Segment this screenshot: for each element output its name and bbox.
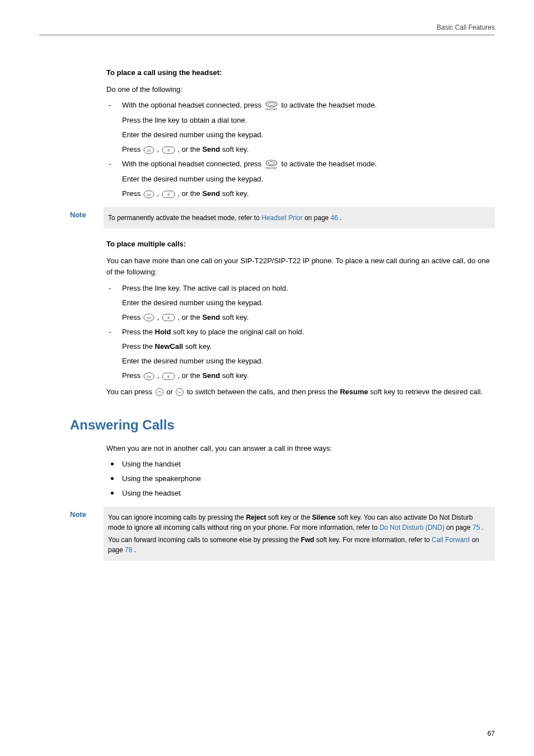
note-label: Note <box>70 207 104 221</box>
text: or <box>166 388 175 396</box>
text: With the optional headset connected, pre… <box>122 101 264 109</box>
svg-point-1 <box>268 102 275 105</box>
text: You can ignore incoming calls by pressin… <box>108 514 246 521</box>
text: soft key or the <box>268 514 312 521</box>
text: Press <box>122 145 143 153</box>
note-text: You can ignore incoming calls by pressin… <box>108 512 490 533</box>
text: , or the <box>177 145 202 153</box>
text: to switch between the calls, and then pr… <box>187 388 340 396</box>
text: , <box>157 145 161 153</box>
step-line: Press OK , # , or the <box>122 144 495 155</box>
ok-key-icon: OK <box>143 146 155 155</box>
closing-text: You can press or to switch between the c… <box>106 386 495 398</box>
answer-ways-list: Using the handset Using the speakerphone… <box>106 459 495 499</box>
step-line: Press the Hold soft key to place the ori… <box>122 326 495 338</box>
fwd-label: Fwd <box>301 536 314 544</box>
resume-label: Resume <box>340 388 368 396</box>
svg-text:OK: OK <box>147 193 152 196</box>
text: Press the <box>122 342 155 351</box>
text: With the optional headset connected, pre… <box>122 160 264 168</box>
svg-text:OK: OK <box>147 375 152 378</box>
multiple-calls-list: Press the line key. The active call is p… <box>106 283 495 382</box>
svg-text:#: # <box>167 148 170 152</box>
list-item: Press the Hold soft key to place the ori… <box>106 326 495 382</box>
pound-key-icon: # <box>161 190 176 199</box>
text: . <box>482 524 484 531</box>
text: soft key. For more information, refer to <box>316 536 432 544</box>
page-link[interactable]: 46 <box>331 214 338 222</box>
note-body: You can ignore incoming calls by pressin… <box>104 507 495 561</box>
reject-label: Reject <box>246 514 266 521</box>
headset-prior-link[interactable]: Headset Prior <box>261 214 302 222</box>
note-block: Note To permanently activate the headset… <box>70 207 495 228</box>
ok-key-icon: OK <box>143 372 155 381</box>
svg-point-22 <box>156 389 163 396</box>
down-arrow-key-icon <box>175 388 185 396</box>
silence-label: Silence <box>312 514 335 521</box>
running-header: Basic Call Features <box>437 22 495 33</box>
dnd-link[interactable]: Do Not Disturb (DND) <box>380 524 444 531</box>
text: You can forward incoming calls to someon… <box>108 536 301 544</box>
text: Press the <box>122 328 155 336</box>
header-rule <box>39 35 495 35</box>
send-label: Send <box>202 371 220 380</box>
text: , or the <box>177 313 202 321</box>
intro-text: You can have more than one call on your … <box>106 255 495 278</box>
svg-point-23 <box>176 389 184 396</box>
note-text: You can forward incoming calls to someon… <box>108 535 490 555</box>
text: . <box>134 546 136 554</box>
svg-text:OK: OK <box>147 148 152 152</box>
note-body: To permanently activate the headset mode… <box>104 207 495 228</box>
text: soft key. <box>222 371 249 380</box>
page-link[interactable]: 75 <box>472 524 480 531</box>
text: soft key. <box>222 145 249 153</box>
step-line: Press the NewCall soft key. <box>122 341 495 352</box>
step-line: Press OK , # , or the <box>122 312 495 323</box>
note-text: To permanently activate the headset mode… <box>108 213 490 223</box>
step-line: Enter the desired number using the keypa… <box>122 297 495 309</box>
list-item: With the optional headset connected, pre… <box>106 100 495 155</box>
text: soft key to retrieve the desired call. <box>370 388 483 396</box>
page-link[interactable]: 78 <box>125 546 132 554</box>
note-block: Note You can ignore incoming calls by pr… <box>70 507 495 561</box>
headset-icon: HEADSET <box>264 100 279 111</box>
list-item: Using the headset <box>106 488 495 499</box>
svg-text:#: # <box>167 193 170 197</box>
text: soft key. <box>185 342 212 351</box>
text: , <box>157 313 161 321</box>
text: on page <box>446 524 472 531</box>
hold-label: Hold <box>155 328 171 336</box>
text: Press <box>122 371 143 380</box>
text: You can press <box>106 388 154 396</box>
ok-key-icon: OK <box>143 313 155 322</box>
text: soft key to place the original call on h… <box>173 328 304 336</box>
svg-point-7 <box>266 160 277 166</box>
newcall-label: NewCall <box>155 342 184 351</box>
pound-key-icon: # <box>161 146 176 155</box>
step-line: With the optional headset connected, pre… <box>122 158 495 170</box>
send-label: Send <box>202 145 220 153</box>
svg-point-0 <box>266 101 277 107</box>
step-line: Press OK , # , or the <box>122 370 495 381</box>
content-area: To place a call using the headset: Do on… <box>106 67 495 561</box>
step-line: Press the line key to obtain a dial tone… <box>122 115 495 126</box>
send-label: Send <box>202 189 220 198</box>
text: To permanently activate the headset mode… <box>108 214 261 222</box>
step-line: Press the line key. The active call is p… <box>122 283 495 294</box>
section-title-answering-calls: Answering Calls <box>70 414 495 435</box>
svg-text:HEADSET: HEADSET <box>265 167 278 170</box>
ok-key-icon: OK <box>143 190 155 199</box>
text: soft key. <box>222 189 249 198</box>
page-number: 67 <box>488 729 495 739</box>
headset-steps-list: With the optional headset connected, pre… <box>106 100 495 199</box>
heading-place-call-headset: To place a call using the headset: <box>106 67 495 78</box>
text: Press <box>122 189 143 198</box>
heading-multiple-calls: To place multiple calls: <box>106 239 495 250</box>
call-forward-link[interactable]: Call Forward <box>432 536 470 544</box>
svg-text:#: # <box>167 375 170 379</box>
text: , or the <box>177 189 202 198</box>
text: , or the <box>177 371 202 380</box>
up-arrow-key-icon <box>154 388 165 396</box>
list-item: Using the handset <box>106 459 495 470</box>
pound-key-icon: # <box>161 372 176 381</box>
